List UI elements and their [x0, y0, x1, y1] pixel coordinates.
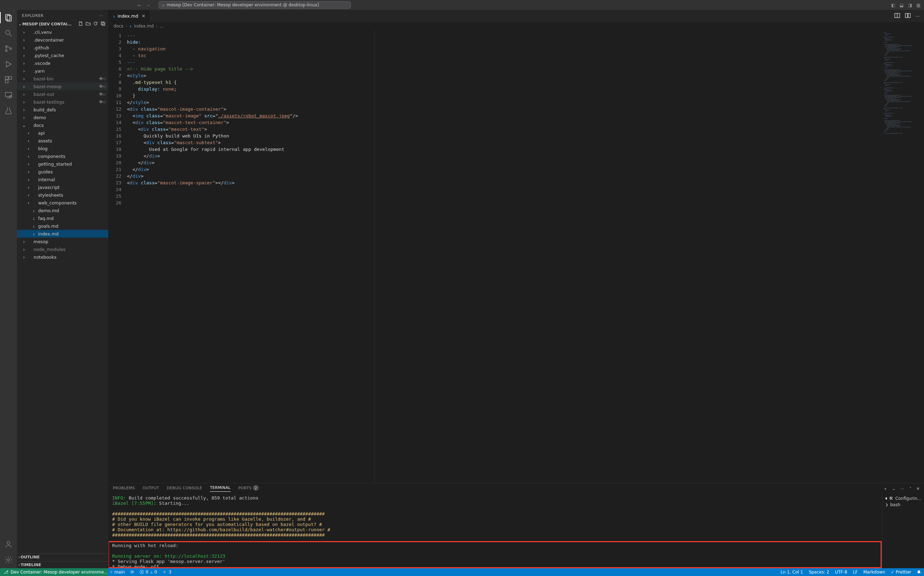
panel-tab-terminal[interactable]: TERMINAL — [210, 485, 230, 492]
code-area[interactable]: ---hide: - navigation - toc---<!-- Hide … — [124, 30, 298, 483]
panel-tabs: PROBLEMSOUTPUTDEBUG CONSOLETERMINALPORTS… — [109, 483, 924, 494]
terminal-list: 🛠Configurin...❯bash — [882, 494, 924, 568]
split-editor-icon[interactable] — [905, 13, 911, 19]
folder-build-defs[interactable]: ›build_defs — [17, 106, 108, 114]
folder--pytest-cache[interactable]: ›.pytest_cache — [17, 51, 108, 59]
folder-bazel-bin[interactable]: ›bazel-bin�භ — [17, 75, 108, 83]
folder--cli-venv[interactable]: ›.cli,venv — [17, 28, 108, 36]
file-tree[interactable]: ›.cli,venv›.devcontainer›.github›.pytest… — [17, 28, 108, 553]
ports-indicator[interactable]: ᯤ 3 — [160, 570, 175, 574]
problems-indicator[interactable]: ⓧ 0 ⚠ 0 — [137, 569, 160, 575]
folder--github[interactable]: ›.github — [17, 44, 108, 51]
workspace-header[interactable]: ⌄ MESOP [DEV CONTAI... — [17, 20, 108, 28]
status-item[interactable]: Ln 1, Col 1 — [778, 570, 806, 574]
terminal-dropdown-icon[interactable]: ⌄ — [892, 486, 896, 491]
terminal-list-item[interactable]: ❯bash — [885, 502, 922, 508]
folder-getting-started[interactable]: ›getting_started — [17, 160, 108, 168]
folder--yarn[interactable]: ›.yarn — [17, 67, 108, 75]
svg-rect-20 — [905, 13, 907, 18]
new-folder-icon[interactable] — [86, 21, 91, 27]
layout-panel-icon[interactable]: ⬓ — [900, 2, 904, 8]
sync-indicator[interactable]: ⟳ — [128, 570, 137, 574]
markdown-file-icon: ↓ — [130, 24, 132, 29]
folder-javascript[interactable]: ›javascript — [17, 183, 108, 191]
explorer-sidebar: EXPLORER ⋯ ⌄ MESOP [DEV CONTAI... ›.cli,… — [17, 10, 109, 568]
minimap[interactable]: --- hide: - navigation - toc --- <!-- Hi… — [882, 30, 924, 483]
folder-bazel-out[interactable]: ›bazel-out�භ — [17, 90, 108, 98]
command-center[interactable]: ⌕ mesop [Dev Container: Mesop developer … — [159, 1, 351, 9]
terminal-list-item[interactable]: 🛠Configurin... — [885, 495, 922, 502]
panel-more-icon[interactable]: ⋯ — [900, 486, 904, 491]
remote-explorer-icon[interactable] — [4, 91, 13, 99]
svg-point-2 — [6, 30, 10, 35]
explorer-icon[interactable] — [4, 13, 13, 22]
layout-primary-icon[interactable]: ◧ — [891, 2, 895, 8]
folder-docs[interactable]: ⌄docs — [17, 121, 108, 129]
editor[interactable]: 1234567891011121314151617181920212223242… — [109, 30, 924, 483]
remote-indicator[interactable]: ⎇ Dev Container: Mesop developer environ… — [0, 568, 107, 576]
editor-more-icon[interactable]: ⋯ — [916, 13, 920, 19]
folder--devcontainer[interactable]: ›.devcontainer — [17, 36, 108, 44]
layout-secondary-icon[interactable]: ◨ — [908, 2, 912, 8]
refresh-icon[interactable] — [93, 21, 98, 27]
folder-internal[interactable]: ›internal — [17, 176, 108, 183]
file-goals-md[interactable]: ↓goals.md — [17, 222, 108, 230]
folder-demo[interactable]: ›demo — [17, 114, 108, 121]
search-activity-icon[interactable] — [4, 29, 13, 37]
file-index-md[interactable]: ↓index.md — [17, 230, 108, 238]
notifications-icon[interactable]: 🔔︎ — [914, 570, 924, 574]
panel-tab-ports[interactable]: PORTS2 — [239, 485, 259, 492]
collapse-all-icon[interactable] — [101, 21, 106, 27]
folder-assets[interactable]: ›assets — [17, 137, 108, 144]
terminal[interactable]: INFO: Build completed successfully, 859 … — [109, 494, 882, 568]
status-item[interactable]: UTF-8 — [832, 570, 850, 574]
status-item[interactable]: LF — [850, 570, 860, 574]
chevron-right-icon: › — [18, 563, 20, 567]
tab-index-md[interactable]: ↓ index.md ✕ — [109, 10, 150, 22]
folder-blog[interactable]: ›blog — [17, 144, 108, 152]
panel-close-icon[interactable]: ✕ — [916, 486, 920, 491]
status-item[interactable]: Spaces: 2 — [806, 570, 832, 574]
file-faq-md[interactable]: ↓faq.md — [17, 214, 108, 222]
folder-node-modules[interactable]: ›node_modules — [17, 245, 108, 253]
settings-gear-icon[interactable] — [4, 555, 13, 564]
folder--vscode[interactable]: ›.vscode — [17, 59, 108, 67]
nav-back-icon[interactable]: ← — [138, 2, 141, 8]
branch-indicator[interactable]: ⑂ main — [107, 570, 128, 574]
run-debug-icon[interactable] — [4, 60, 13, 69]
folder-web-components[interactable]: ›web_components — [17, 199, 108, 206]
scm-icon[interactable] — [4, 45, 13, 53]
close-tab-icon[interactable]: ✕ — [142, 13, 145, 19]
testing-icon[interactable] — [4, 106, 13, 115]
folder-bazel-mesop[interactable]: ›bazel-mesop�භ — [17, 83, 108, 90]
layout-customize-icon[interactable]: ▦ — [916, 2, 921, 8]
panel-tab-problems[interactable]: PROBLEMS — [113, 486, 135, 492]
chevron-right-icon: › — [18, 555, 20, 560]
status-item[interactable]: ✓ Prettier — [888, 570, 914, 574]
folder-stylesheets[interactable]: ›stylesheets — [17, 191, 108, 199]
folder-api[interactable]: ›api — [17, 129, 108, 137]
nav-forward-icon[interactable]: → — [146, 2, 149, 8]
new-terminal-icon[interactable]: ＋ — [884, 486, 887, 491]
folder-guides[interactable]: ›guides — [17, 168, 108, 176]
panel-tab-debug-console[interactable]: DEBUG CONSOLE — [167, 486, 202, 492]
folder-bazel-testlogs[interactable]: ›bazel-testlogs�භ — [17, 98, 108, 106]
status-item[interactable]: Markdown — [860, 570, 888, 574]
split-preview-icon[interactable] — [894, 13, 900, 19]
breadcrumb[interactable]: docs › ↓ index.md › ... — [109, 22, 924, 30]
radio-tower-icon: ᯤ — [163, 570, 167, 574]
file-demo-md[interactable]: ↓demo.md — [17, 206, 108, 214]
panel-tab-output[interactable]: OUTPUT — [143, 486, 159, 492]
folder-notebooks[interactable]: ›notebooks — [17, 253, 108, 261]
outline-section[interactable]: › OUTLINE — [17, 554, 108, 560]
folder-components[interactable]: ›components — [17, 152, 108, 160]
new-file-icon[interactable] — [78, 21, 83, 27]
folder-mesop[interactable]: ›mesop — [17, 238, 108, 245]
accounts-icon[interactable] — [4, 540, 13, 549]
timeline-section[interactable]: › TIMELINE — [17, 561, 108, 568]
extensions-icon[interactable] — [4, 75, 13, 84]
explorer-more-icon[interactable]: ⋯ — [99, 13, 104, 18]
panel-maximize-icon[interactable]: ˄ — [910, 486, 912, 491]
svg-rect-21 — [908, 13, 910, 18]
svg-rect-17 — [102, 22, 105, 26]
